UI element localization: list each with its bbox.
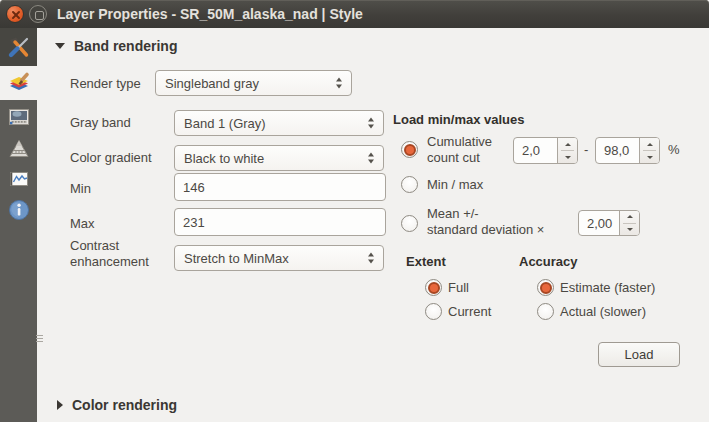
window-title: Layer Properties - SR_50M_alaska_nad | S… [57,5,363,23]
splitter-grip[interactable] [36,335,43,343]
spin-buttons[interactable] [619,211,639,235]
cumulative-high-spinbox[interactable]: 98,0 [595,137,660,164]
render-type-combobox[interactable]: Singleband gray [155,70,352,96]
percent-label: % [668,142,680,158]
extent-header: Extent [406,254,446,269]
cumulative-count-cut-radio[interactable] [401,141,418,158]
layer-properties-dialog: Layer Properties - SR_50M_alaska_nad | S… [0,0,709,422]
cumulative-count-cut-label[interactable]: Cumulative count cut [427,134,509,166]
tools-icon [7,35,31,59]
cumulative-low-value: 2,0 [522,138,540,163]
color-rendering-group-header[interactable]: Color rendering [57,397,177,413]
max-input[interactable] [174,208,386,236]
gray-band-combobox[interactable]: Band 1 (Gray) [174,110,384,136]
sidebar-item-transparency[interactable] [0,100,37,133]
combo-arrows-icon [368,118,374,129]
contrast-enhancement-combobox[interactable]: Stretch to MinMax [174,245,384,271]
pyramid-icon [7,137,31,161]
cumulative-low-spinbox[interactable]: 2,0 [513,137,578,164]
mean-stddev-label[interactable]: Mean +/- standard deviation × [427,206,577,238]
stddev-spinbox[interactable]: 2,00 [578,210,640,236]
image-icon [7,105,31,129]
range-separator: - [584,142,588,157]
sidebar-item-histogram[interactable] [0,164,37,194]
paintbrush-icon [7,71,31,95]
collapse-arrow-icon [55,43,65,49]
max-label: Max [70,216,95,232]
sidebar-item-style[interactable] [0,66,37,100]
restore-icon [35,11,44,20]
load-button[interactable]: Load [598,342,680,367]
min-label: Min [70,181,91,197]
extent-current-radio[interactable] [425,303,442,320]
color-gradient-combobox[interactable]: Black to white [174,145,384,171]
mean-stddev-radio[interactable] [401,215,418,232]
band-rendering-group-header[interactable]: Band rendering [55,38,177,54]
accuracy-estimate-label[interactable]: Estimate (faster) [560,280,655,296]
color-gradient-value: Black to white [184,151,264,166]
spin-buttons[interactable] [639,138,659,163]
sidebar-item-general[interactable] [0,28,37,66]
min-max-radio[interactable] [401,176,418,193]
gray-band-label: Gray band [70,115,131,131]
render-type-value: Singleband gray [165,76,259,91]
accuracy-actual-radio[interactable] [537,303,554,320]
color-gradient-label: Color gradient [70,150,152,166]
sidebar-item-pyramids[interactable] [0,133,37,164]
combo-arrows-icon [368,253,374,264]
titlebar[interactable]: Layer Properties - SR_50M_alaska_nad | S… [0,0,709,28]
contrast-enhancement-value: Stretch to MinMax [184,251,289,266]
expand-arrow-icon [57,400,63,410]
accuracy-header: Accuracy [519,254,578,269]
info-icon [7,198,31,222]
extent-full-radio[interactable] [425,279,442,296]
combo-arrows-icon [368,153,374,164]
cumulative-high-value: 98,0 [604,138,629,163]
min-input[interactable] [174,173,386,201]
load-minmax-header: Load min/max values [393,112,525,127]
sidebar [0,28,37,422]
accuracy-estimate-radio[interactable] [537,279,554,296]
render-type-label: Render type [70,76,141,92]
stddev-value: 2,00 [587,211,612,235]
close-icon [10,9,22,21]
contrast-enhancement-label: Contrast enhancement [70,238,165,270]
histogram-icon [7,167,31,191]
close-button[interactable] [6,5,24,23]
sidebar-item-metadata[interactable] [0,194,37,226]
accuracy-actual-label[interactable]: Actual (slower) [560,304,646,320]
min-max-label[interactable]: Min / max [427,177,483,193]
spin-buttons[interactable] [557,138,577,163]
extent-full-label[interactable]: Full [448,280,469,296]
gray-band-value: Band 1 (Gray) [184,116,266,131]
color-rendering-title: Color rendering [72,397,177,413]
extent-current-label[interactable]: Current [448,304,491,320]
restore-button[interactable] [29,5,47,23]
combo-arrows-icon [336,78,342,89]
band-rendering-title: Band rendering [74,38,177,54]
